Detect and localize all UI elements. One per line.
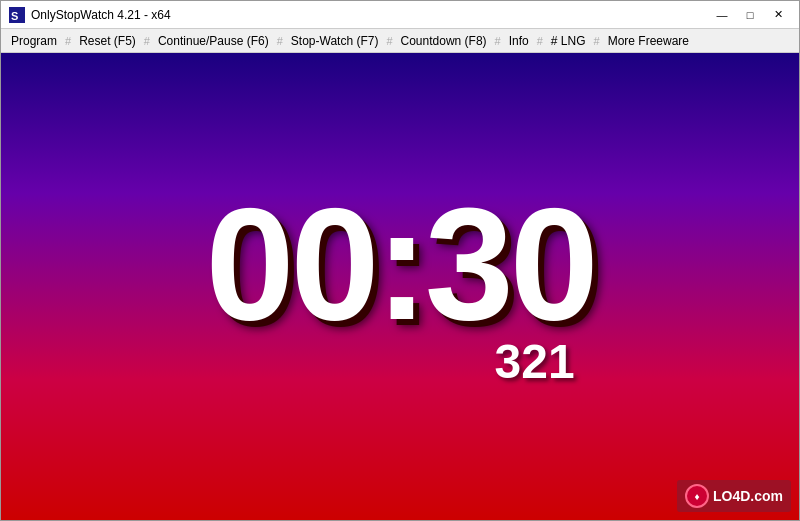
sep4: # [384,35,394,47]
watermark-text: LO4D.com [713,488,783,504]
menu-stopwatch[interactable]: Stop-Watch (F7) [285,29,385,52]
window-title: OnlyStopWatch 4.21 - x64 [31,8,171,22]
title-bar-left: S OnlyStopWatch 4.21 - x64 [9,7,171,23]
app-window: S OnlyStopWatch 4.21 - x64 — □ ✕ Program… [0,0,800,521]
app-icon: S [9,7,25,23]
menu-lng[interactable]: # LNG [545,29,592,52]
timer-display: 00:30 321 [205,184,594,389]
minimize-button[interactable]: — [709,5,735,25]
menu-more-freeware[interactable]: More Freeware [602,29,695,52]
menu-info[interactable]: Info [503,29,535,52]
timer-main: 00:30 [205,184,594,344]
sep2: # [142,35,152,47]
window-controls: — □ ✕ [709,5,791,25]
menu-countdown[interactable]: Countdown (F8) [395,29,493,52]
sep3: # [275,35,285,47]
sep6: # [535,35,545,47]
sep1: # [63,35,73,47]
sep5: # [493,35,503,47]
watermark-logo: ♦ [685,484,709,508]
menu-reset[interactable]: Reset (F5) [73,29,142,52]
menu-program[interactable]: Program [5,29,63,52]
timer-sub: 321 [495,334,575,389]
close-button[interactable]: ✕ [765,5,791,25]
title-bar: S OnlyStopWatch 4.21 - x64 — □ ✕ [1,1,799,29]
sep7: # [592,35,602,47]
menu-continue-pause[interactable]: Continue/Pause (F6) [152,29,275,52]
svg-text:S: S [11,10,18,22]
main-content: 00:30 321 ♦ LO4D.com [1,53,799,520]
maximize-button[interactable]: □ [737,5,763,25]
watermark: ♦ LO4D.com [677,480,791,512]
menu-bar: Program # Reset (F5) # Continue/Pause (F… [1,29,799,53]
